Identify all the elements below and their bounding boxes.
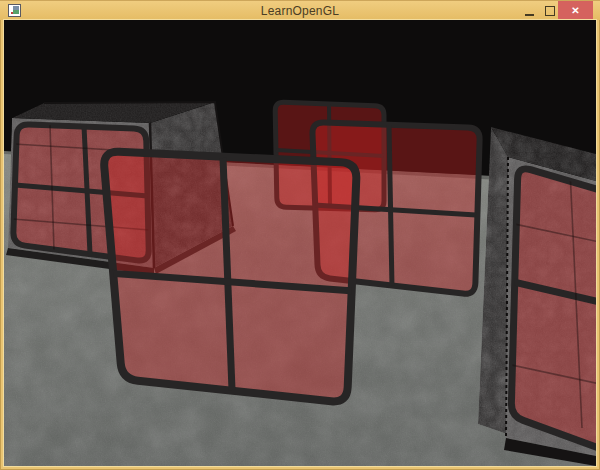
red-window-on-right-cube: [507, 169, 596, 449]
red-window-front: [104, 152, 356, 402]
window-title: LearnOpenGL: [0, 4, 600, 18]
scene-canvas: [4, 20, 596, 466]
opengl-viewport[interactable]: [4, 20, 596, 466]
close-icon: ✕: [571, 5, 579, 16]
maximize-icon: [545, 6, 555, 16]
close-button[interactable]: ✕: [558, 1, 593, 20]
minimize-button[interactable]: [516, 1, 542, 20]
titlebar[interactable]: LearnOpenGL ✕: [0, 0, 600, 20]
maximize-button[interactable]: [542, 1, 558, 20]
app-window: LearnOpenGL ✕: [0, 0, 600, 470]
minimize-icon: [525, 14, 534, 16]
